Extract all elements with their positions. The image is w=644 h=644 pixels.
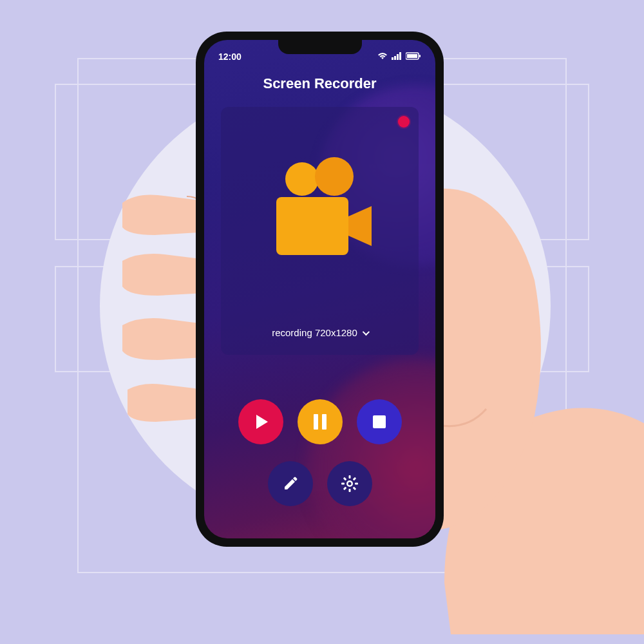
svg-rect-2 [394,56,396,60]
svg-rect-15 [352,477,356,481]
phone-screen: 12:00 Screen Recorder [204,40,435,538]
svg-rect-16 [343,487,346,491]
settings-button[interactable] [327,461,372,506]
svg-rect-1 [392,57,393,60]
phone-frame: 12:00 Screen Recorder [196,32,444,547]
svg-rect-12 [348,489,350,492]
svg-rect-13 [341,483,345,485]
svg-point-8 [285,162,319,196]
edit-button[interactable] [268,461,313,506]
gear-icon [341,475,359,493]
svg-rect-10 [276,197,348,255]
record-indicator-icon [398,116,410,128]
svg-rect-3 [397,54,399,60]
svg-rect-7 [419,55,421,57]
play-button[interactable] [238,399,283,444]
svg-point-9 [315,157,354,196]
stop-button[interactable] [357,399,402,444]
svg-rect-18 [352,487,356,491]
preview-card: recording 720x1280 [221,107,419,355]
pause-icon [314,414,327,430]
pencil-icon [282,475,299,492]
battery-icon [406,52,421,62]
resolution-selector[interactable]: recording 720x1280 [221,327,419,338]
svg-rect-17 [343,477,346,481]
play-icon [256,415,268,429]
svg-rect-6 [407,54,417,58]
resolution-label: recording 720x1280 [272,327,357,338]
signal-icon [392,52,402,62]
pause-button[interactable] [298,399,343,444]
status-time: 12:00 [218,52,242,62]
stop-icon [373,415,386,428]
video-camera-icon [262,157,378,267]
svg-rect-4 [399,52,401,60]
svg-rect-11 [348,475,350,478]
wifi-icon [377,52,388,62]
svg-rect-14 [355,483,358,485]
app-title: Screen Recorder [204,75,435,92]
phone-notch [278,40,362,54]
background-blob [307,358,435,538]
chevron-down-icon [363,328,370,335]
